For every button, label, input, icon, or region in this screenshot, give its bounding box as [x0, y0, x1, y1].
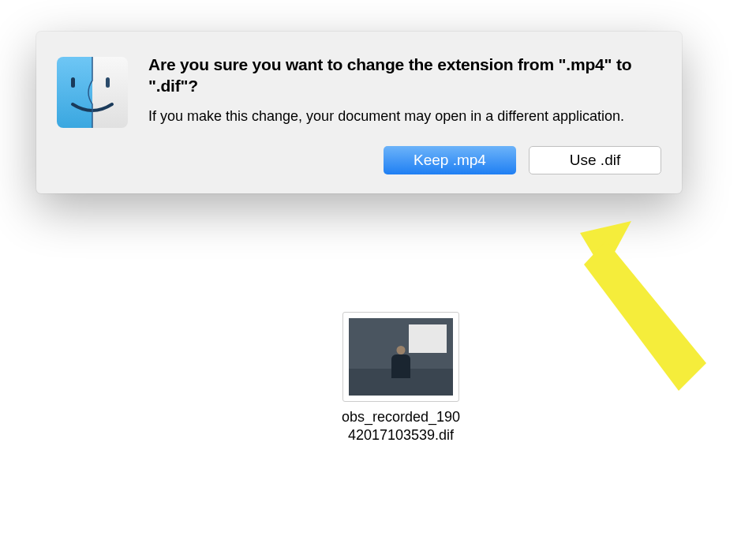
file-item[interactable]: obs_recorded_190 42017103539.dif	[329, 312, 473, 444]
extension-change-dialog: Are you sure you want to change the exte…	[36, 32, 682, 193]
svg-marker-3	[584, 241, 706, 391]
dialog-title: Are you sure you want to change the exte…	[148, 54, 661, 97]
keep-extension-button[interactable]: Keep .mp4	[384, 146, 516, 175]
use-new-extension-button[interactable]: Use .dif	[529, 146, 661, 175]
file-name-line2: 42017103539.dif	[348, 427, 454, 443]
svg-marker-2	[580, 221, 631, 272]
file-thumbnail	[342, 312, 459, 402]
svg-rect-1	[106, 77, 110, 88]
file-name-line1: obs_recorded_190	[342, 409, 460, 425]
finder-icon	[57, 57, 128, 128]
dialog-content: Are you sure you want to change the exte…	[148, 54, 661, 174]
dialog-buttons: Keep .mp4 Use .dif	[148, 146, 661, 175]
file-name: obs_recorded_190 42017103539.dif	[342, 408, 460, 444]
dialog-inner: Are you sure you want to change the exte…	[57, 54, 661, 174]
svg-rect-0	[71, 77, 75, 88]
dialog-message: If you make this change, your document m…	[148, 107, 661, 126]
arrow-annotation	[552, 213, 710, 403]
